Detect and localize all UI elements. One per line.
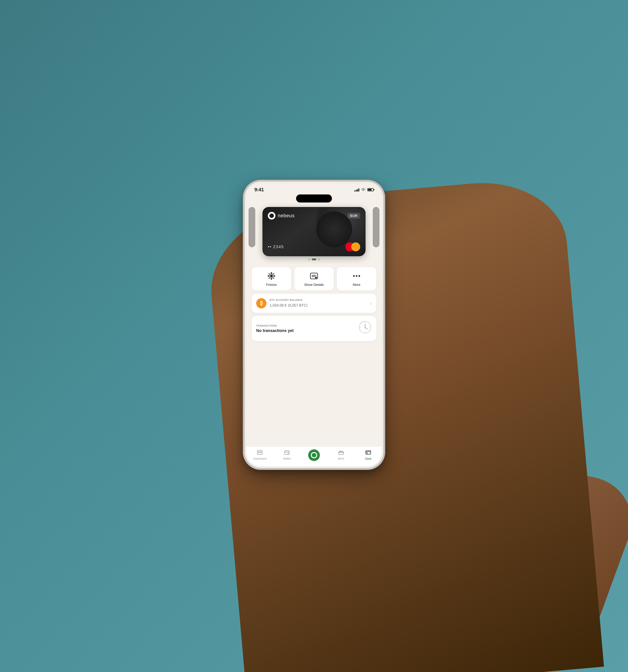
balance-btc-amount: (0,057 BTC) xyxy=(288,304,307,307)
svg-rect-36 xyxy=(367,453,368,453)
svg-point-18 xyxy=(358,275,360,277)
btc-balance-card[interactable]: ₿ BTC ACCOUNT BALANCE 1,504.08 € (0,057 … xyxy=(252,294,376,313)
svg-point-27 xyxy=(287,453,288,454)
status-icons xyxy=(354,188,374,192)
mastercard-orange-circle xyxy=(351,242,360,251)
tab-wallet-label: Wallet xyxy=(283,457,291,460)
svg-rect-25 xyxy=(257,451,262,452)
wifi-icon xyxy=(361,188,366,192)
nebeus-center-icon xyxy=(308,449,320,461)
card-peek-left xyxy=(249,207,255,247)
card-header: nebeus EUR xyxy=(262,207,366,219)
show-details-icon xyxy=(309,271,319,281)
signal-bar-3 xyxy=(357,189,358,192)
nebeus-center-inner xyxy=(311,452,317,458)
phone-frame: 9:41 xyxy=(245,182,383,468)
svg-point-17 xyxy=(356,275,357,277)
tab-bar: Dashboard Wallet xyxy=(246,447,382,466)
balance-eur-amount: 1,504.08 € xyxy=(270,304,287,307)
tab-card[interactable]: Card xyxy=(359,450,377,460)
dot-2-active xyxy=(312,259,316,260)
dot-3 xyxy=(318,259,320,260)
tab-card-label: Card xyxy=(365,457,371,460)
status-bar: 9:41 xyxy=(246,183,382,194)
signal-bar-1 xyxy=(354,190,355,192)
svg-rect-26 xyxy=(257,453,262,455)
phone-wrapper: 9:41 xyxy=(245,182,383,468)
action-buttons-row: Freeze Show Details xyxy=(246,264,382,290)
bottom-spacer xyxy=(246,341,382,345)
nebeus-logo: nebeus xyxy=(268,212,295,219)
transactions-left: TRANSACTIONS No transactions yet xyxy=(256,325,294,333)
card-tab-icon xyxy=(365,450,371,456)
tab-nebeus-center[interactable] xyxy=(305,449,323,461)
transactions-card: TRANSACTIONS No transactions yet xyxy=(252,316,376,341)
balance-left: ₿ BTC ACCOUNT BALANCE 1,504.08 € (0,057 … xyxy=(256,298,307,308)
tab-dashboard[interactable]: Dashboard xyxy=(251,450,269,460)
scroll-content[interactable]: nebeus EUR •• 2345 xyxy=(246,202,382,447)
more-icon xyxy=(352,271,361,281)
phone-screen: 9:41 xyxy=(246,183,382,466)
freeze-icon xyxy=(267,271,276,281)
signal-icon xyxy=(354,188,359,192)
show-details-label: Show Details xyxy=(304,283,324,287)
tab-dashboard-label: Dashboard xyxy=(253,457,266,460)
nebeus-brand-name: nebeus xyxy=(278,213,295,219)
balance-amount: 1,504.08 € (0,057 BTC) xyxy=(270,302,307,308)
status-time: 9:41 xyxy=(254,187,264,193)
card-carousel: nebeus EUR •• 2345 xyxy=(246,202,382,264)
dynamic-island xyxy=(296,194,332,202)
btc-icon: ₿ xyxy=(256,298,266,308)
nebeus-logo-inner xyxy=(270,214,274,218)
wallet-icon xyxy=(284,450,290,456)
svg-point-20 xyxy=(365,327,366,328)
freeze-button[interactable]: Freeze xyxy=(252,267,291,290)
balance-label: BTC ACCOUNT BALANCE xyxy=(270,298,307,301)
signal-bar-4 xyxy=(358,188,359,192)
transactions-label: TRANSACTIONS xyxy=(256,325,294,327)
card-container: nebeus EUR •• 2345 xyxy=(246,207,382,256)
dashboard-icon xyxy=(257,450,263,456)
freeze-label: Freeze xyxy=(266,283,277,287)
tab-iban[interactable]: IBAN xyxy=(332,450,350,460)
battery-icon xyxy=(367,188,374,191)
svg-point-15 xyxy=(315,277,317,279)
card-number: •• 2345 xyxy=(268,245,284,249)
payment-card[interactable]: nebeus EUR •• 2345 xyxy=(262,207,366,256)
svg-rect-28 xyxy=(339,452,344,455)
tab-wallet[interactable]: Wallet xyxy=(278,450,296,460)
more-label: More xyxy=(353,283,360,287)
card-currency-badge: EUR xyxy=(347,213,360,219)
tab-iban-label: IBAN xyxy=(338,457,344,460)
card-footer: •• 2345 xyxy=(262,242,366,256)
balance-info: BTC ACCOUNT BALANCE 1,504.08 € (0,057 BT… xyxy=(270,298,307,308)
mastercard-logo xyxy=(345,242,360,251)
nebeus-logo-circle xyxy=(268,212,276,219)
svg-rect-34 xyxy=(366,451,371,454)
signal-bar-2 xyxy=(356,190,356,192)
transactions-empty-message: No transactions yet xyxy=(256,328,294,333)
svg-point-16 xyxy=(353,275,355,277)
show-details-button[interactable]: Show Details xyxy=(294,267,334,290)
carousel-dots xyxy=(246,256,382,260)
more-button[interactable]: More xyxy=(337,267,376,290)
card-peek-right xyxy=(373,207,379,247)
clock-icon xyxy=(358,320,372,337)
chevron-right-icon: › xyxy=(370,301,372,306)
battery-fill xyxy=(368,189,372,191)
dot-1 xyxy=(308,259,310,260)
iban-icon xyxy=(338,450,344,456)
